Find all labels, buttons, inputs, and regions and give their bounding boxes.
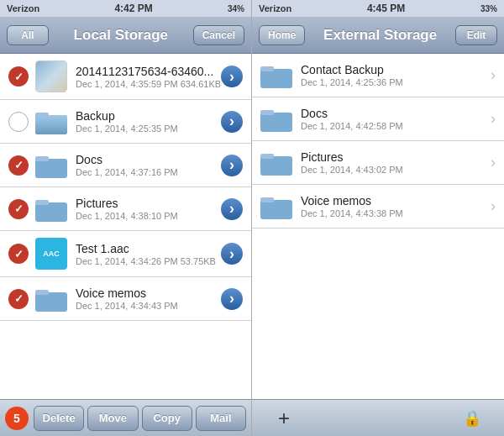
file-info: Contact Backup Dec 1, 2014, 4:25:36 PM <box>301 63 487 87</box>
folder-icon <box>260 107 292 132</box>
folder-icon <box>260 194 292 219</box>
svg-rect-9 <box>260 69 292 88</box>
time-right: 4:45 PM <box>367 3 405 14</box>
folder-icon <box>35 197 67 222</box>
external-storage-panel: Verizon 4:45 PM 33% Home External Storag… <box>252 0 504 436</box>
external-file-list: Contact Backup Dec 1, 2014, 4:25:36 PM ›… <box>252 54 504 399</box>
svg-rect-5 <box>35 202 67 222</box>
svg-rect-12 <box>260 110 274 115</box>
lock-button[interactable]: 🔒 <box>457 406 487 431</box>
copy-button[interactable]: Copy <box>142 406 192 431</box>
file-info: Pictures Dec 1, 2014, 4:43:02 PM <box>301 150 487 175</box>
list-item[interactable]: Contact Backup Dec 1, 2014, 4:25:36 PM › <box>252 54 504 97</box>
svg-rect-16 <box>260 197 274 202</box>
arrow-button[interactable] <box>221 111 243 133</box>
file-meta: Dec 1, 2014, 4:42:58 PM <box>301 121 487 131</box>
time-left: 4:42 PM <box>114 3 152 14</box>
list-item[interactable]: Backup Dec 1, 2014, 4:25:35 PM <box>0 100 251 144</box>
battery-left: 34% <box>228 4 244 13</box>
status-bar-left: Verizon 4:42 PM 34% <box>0 0 251 17</box>
svg-rect-10 <box>260 66 274 71</box>
list-item[interactable]: Voice memos Dec 1, 2014, 4:43:38 PM › <box>252 185 504 229</box>
list-item[interactable]: Docs Dec 1, 2014, 4:42:58 PM › <box>252 97 504 141</box>
file-info: Docs Dec 1, 2014, 4:42:58 PM <box>301 107 487 131</box>
file-info: Pictures Dec 1, 2014, 4:38:10 PM <box>76 197 221 221</box>
file-info: Test 1.aac Dec 1, 2014, 4:34:26 PM 53.75… <box>76 242 221 266</box>
chevron-right-icon: › <box>487 110 496 128</box>
file-meta: Dec 1, 2014, 4:34:43 PM <box>76 301 221 311</box>
select-indicator[interactable] <box>8 155 29 176</box>
file-name: Pictures <box>301 150 487 164</box>
arrow-button[interactable] <box>221 288 243 310</box>
svg-rect-8 <box>35 290 49 295</box>
move-button[interactable]: Move <box>87 406 138 431</box>
file-name: Pictures <box>76 197 221 210</box>
all-button[interactable]: All <box>7 25 49 45</box>
svg-rect-6 <box>35 200 49 205</box>
delete-button[interactable]: Delete <box>34 406 84 431</box>
nav-bar-left: All Local Storage Cancel <box>0 17 251 54</box>
svg-rect-15 <box>260 200 292 219</box>
external-storage-title: External Storage <box>305 27 455 44</box>
arrow-button[interactable] <box>221 155 243 176</box>
svg-rect-2 <box>35 113 49 118</box>
svg-rect-13 <box>260 156 292 176</box>
lock-icon: 🔒 <box>463 409 481 428</box>
chevron-right-icon: › <box>487 66 496 84</box>
nav-bar-right: Home External Storage Edit <box>252 17 504 54</box>
select-indicator[interactable] <box>8 112 29 132</box>
svg-rect-7 <box>35 292 67 312</box>
list-item[interactable]: AAC Test 1.aac Dec 1, 2014, 4:34:26 PM 5… <box>0 231 251 277</box>
edit-button[interactable]: Edit <box>455 25 497 45</box>
select-indicator[interactable] <box>8 66 29 87</box>
chevron-right-icon: › <box>487 154 496 171</box>
folder-icon <box>35 109 67 134</box>
list-item[interactable]: 20141123175634-63460... Dec 1, 2014, 4:3… <box>0 54 251 100</box>
folder-icon <box>35 286 67 312</box>
arrow-button[interactable] <box>221 66 243 87</box>
file-name: Contact Backup <box>301 63 487 76</box>
folder-icon <box>260 63 292 88</box>
svg-rect-11 <box>260 113 292 132</box>
battery-right: 33% <box>480 4 497 13</box>
file-name: Voice memos <box>76 286 221 300</box>
list-item[interactable]: Docs Dec 1, 2014, 4:37:16 PM <box>0 144 251 187</box>
bottom-toolbar-left: 5 Delete Move Copy Mail <box>0 399 251 436</box>
list-item[interactable]: Voice memos Dec 1, 2014, 4:34:43 PM <box>0 277 251 321</box>
plus-icon: + <box>278 408 290 428</box>
file-meta: Dec 1, 2014, 4:25:35 PM <box>76 123 221 134</box>
file-name: 20141123175634-63460... <box>76 65 221 78</box>
file-info: Backup Dec 1, 2014, 4:25:35 PM <box>76 109 221 134</box>
file-name: Voice memos <box>301 194 487 207</box>
file-info: Voice memos Dec 1, 2014, 4:34:43 PM <box>76 286 221 311</box>
file-info: Voice memos Dec 1, 2014, 4:43:38 PM <box>301 194 487 218</box>
add-button[interactable]: + <box>269 406 299 431</box>
cancel-button[interactable]: Cancel <box>193 25 244 45</box>
home-button[interactable]: Home <box>259 25 305 45</box>
folder-icon <box>260 150 292 176</box>
thumb-img <box>36 61 67 92</box>
svg-rect-4 <box>35 156 49 161</box>
select-indicator[interactable] <box>8 199 29 219</box>
file-name: Docs <box>76 153 221 166</box>
file-name: Test 1.aac <box>76 242 221 255</box>
aac-file-icon: AAC <box>35 238 67 270</box>
file-meta: Dec 1, 2014, 4:43:38 PM <box>301 208 487 218</box>
arrow-button[interactable] <box>221 243 243 265</box>
mail-button[interactable]: Mail <box>196 406 246 431</box>
svg-rect-3 <box>35 159 67 178</box>
file-meta: Dec 1, 2014, 4:25:36 PM <box>301 77 487 87</box>
select-indicator[interactable] <box>8 289 29 309</box>
chevron-right-icon: › <box>487 197 496 215</box>
file-meta: Dec 1, 2014, 4:38:10 PM <box>76 211 221 221</box>
arrow-button[interactable] <box>221 198 243 220</box>
selection-badge: 5 <box>5 407 29 430</box>
local-storage-title: Local Storage <box>49 27 193 44</box>
svg-rect-14 <box>260 154 274 159</box>
file-meta: Dec 1, 2014, 4:35:59 PM 634.61KB <box>76 79 221 89</box>
file-thumbnail <box>35 60 67 92</box>
list-item[interactable]: Pictures Dec 1, 2014, 4:38:10 PM <box>0 187 251 231</box>
list-item[interactable]: Pictures Dec 1, 2014, 4:43:02 PM › <box>252 141 504 185</box>
select-indicator[interactable] <box>8 244 29 264</box>
status-bar-right: Verizon 4:45 PM 33% <box>252 0 504 17</box>
